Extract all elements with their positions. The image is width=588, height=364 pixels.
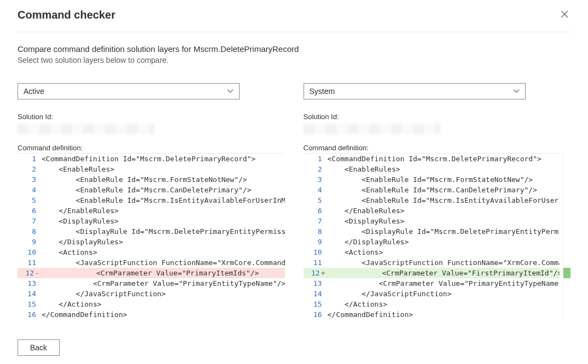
minimap-cell: [563, 174, 570, 184]
code-line: 7 <DisplayRules>: [18, 216, 285, 226]
footer: Back: [18, 320, 570, 356]
close-icon[interactable]: [558, 8, 570, 22]
minimap-cell: [563, 226, 570, 236]
code-text: </Actions>: [42, 299, 102, 309]
code-line: 8 <DisplayRule Id="Mscrm.DeletePrimaryEn…: [304, 226, 560, 237]
code-line: 11 <JavaScriptFunction FunctionName="Xrm…: [18, 257, 285, 268]
line-number: 3: [304, 174, 328, 185]
minimap-cell: [563, 268, 570, 278]
left-code-editor[interactable]: 1<CommandDefinition Id="Mscrm.DeletePrim…: [18, 153, 285, 320]
code-line: 9 </DisplayRules>: [304, 237, 560, 247]
line-number: 13: [304, 278, 328, 289]
left-dropdown-value: Active: [24, 87, 44, 96]
code-text: <DisplayRule Id="Mscrm.DeletePrimaryEnti…: [42, 226, 285, 237]
left-layer-dropdown[interactable]: Active: [18, 83, 240, 99]
compare-command-name: Mscrm.DeletePrimaryRecord: [194, 44, 299, 54]
right-solution-id-label: Solution Id:: [304, 113, 571, 121]
minimap-cell: [563, 299, 570, 309]
line-number: 10: [18, 247, 42, 257]
code-text: </CommandDefinition>: [328, 309, 414, 320]
code-line: 4 <EnableRule Id="Mscrm.CanDeletePrimary…: [304, 185, 560, 195]
code-line: 8 <DisplayRule Id="Mscrm.DeletePrimaryEn…: [18, 226, 285, 237]
back-button[interactable]: Back: [18, 339, 60, 356]
line-number: 9: [18, 237, 42, 247]
code-text: <JavaScriptFunction FunctionName="XrmCor…: [42, 257, 285, 268]
compare-heading: Compare command definition solution laye…: [18, 44, 570, 54]
line-number: 10: [304, 247, 328, 257]
code-text: <EnableRule Id="Mscrm.IsEntityAvailableF…: [328, 195, 560, 206]
command-checker-modal: Command checker Compare command definiti…: [0, 0, 588, 356]
line-number: 15: [304, 299, 328, 309]
right-solution-id-value: [304, 124, 440, 134]
code-line: 12+ <CrmParameter Value="FirstPrimaryIte…: [304, 268, 560, 278]
line-number: 11: [304, 257, 328, 268]
code-line: 16</CommandDefinition>: [304, 309, 560, 320]
code-text: <CrmParameter Value="FirstPrimaryItemId"…: [331, 268, 560, 278]
code-text: </CommandDefinition>: [42, 309, 127, 320]
line-number: 3: [18, 174, 42, 185]
code-text: </DisplayRules>: [328, 237, 409, 247]
code-line: 10 <Actions>: [304, 247, 560, 257]
code-text: </EnableRules>: [328, 206, 405, 216]
minimap-cell: [563, 278, 570, 289]
modal-header: Command checker: [18, 0, 570, 32]
line-number: 15: [18, 299, 42, 309]
code-text: <CommandDefinition Id="Mscrm.DeletePrima…: [328, 154, 542, 164]
line-number: 5: [18, 195, 42, 206]
code-line: 1<CommandDefinition Id="Mscrm.DeletePrim…: [18, 154, 285, 164]
code-text: </DisplayRules>: [42, 237, 123, 247]
line-number: 13: [18, 278, 42, 289]
code-text: <DisplayRule Id="Mscrm.DeletePrimaryEnti…: [328, 226, 560, 237]
code-line: 15 </Actions>: [18, 299, 285, 309]
code-line: 2 <EnableRules>: [18, 164, 285, 174]
line-number: 6: [304, 206, 328, 216]
line-number: 1: [304, 154, 328, 164]
diff-minimap[interactable]: [563, 153, 570, 320]
code-text: <CommandDefinition Id="Mscrm.DeletePrima…: [42, 154, 255, 164]
code-text: <CrmParameter Value="PrimaryEntityTypeNa…: [328, 278, 560, 289]
line-number: 12+: [304, 268, 331, 278]
code-text: <Actions>: [328, 247, 383, 257]
code-line: 13 <CrmParameter Value="PrimaryEntityTyp…: [18, 278, 285, 289]
code-line: 12- <CrmParameter Value="PrimaryItemIds"…: [18, 268, 285, 278]
line-number: 8: [18, 226, 42, 237]
code-text: <EnableRule Id="Mscrm.FormStateNotNew"/>: [42, 174, 247, 185]
code-text: <DisplayRules>: [328, 216, 405, 226]
line-number: 2: [18, 164, 42, 174]
line-number: 1: [18, 154, 42, 164]
code-text: </JavaScriptFunction>: [42, 289, 166, 299]
line-number: 7: [18, 216, 42, 226]
line-number: 14: [304, 289, 328, 299]
left-command-def-label: Command definition:: [18, 144, 285, 152]
minimap-cell: [563, 205, 570, 215]
code-line: 5 <EnableRule Id="Mscrm.IsEntityAvailabl…: [18, 195, 285, 206]
code-text: <EnableRule Id="Mscrm.FormStateNotNew"/>: [328, 174, 533, 185]
code-line: 3 <EnableRule Id="Mscrm.FormStateNotNew"…: [18, 174, 285, 185]
code-text: <EnableRule Id="Mscrm.CanDeletePrimary"/…: [328, 185, 538, 195]
code-line: 4 <EnableRule Id="Mscrm.CanDeletePrimary…: [18, 185, 285, 195]
code-line: 16</CommandDefinition>: [18, 309, 285, 320]
code-line: 11 <JavaScriptFunction FunctionName="Xrm…: [304, 257, 560, 268]
right-pane: System Solution Id: Command definition: …: [304, 83, 571, 320]
chevron-down-icon: [227, 87, 234, 95]
code-line: 2 <EnableRules>: [304, 164, 560, 174]
minimap-cell: [563, 184, 570, 195]
code-text: <CrmParameter Value="PrimaryItemIds"/>: [45, 268, 259, 278]
minimap-cell: [563, 247, 570, 257]
code-line: 3 <EnableRule Id="Mscrm.FormStateNotNew"…: [304, 174, 560, 185]
code-text: <CrmParameter Value="PrimaryEntityTypeNa…: [42, 278, 285, 289]
left-solution-id-label: Solution Id:: [18, 113, 285, 121]
code-text: </JavaScriptFunction>: [328, 289, 452, 299]
code-line: 1<CommandDefinition Id="Mscrm.DeletePrim…: [304, 154, 560, 164]
right-command-def-label: Command definition:: [304, 144, 571, 152]
left-pane: Active Solution Id: Command definition: …: [18, 83, 285, 320]
right-code-editor[interactable]: 1<CommandDefinition Id="Mscrm.DeletePrim…: [304, 153, 560, 320]
line-number: 7: [304, 216, 328, 226]
chevron-down-icon: [513, 87, 520, 95]
right-layer-dropdown[interactable]: System: [304, 83, 526, 99]
code-text: <JavaScriptFunction FunctionName="XrmCor…: [328, 257, 560, 268]
line-number: 8: [304, 226, 328, 237]
code-line: 13 <CrmParameter Value="PrimaryEntityTyp…: [304, 278, 560, 289]
line-number: 4: [304, 185, 328, 195]
code-text: </EnableRules>: [42, 206, 119, 216]
